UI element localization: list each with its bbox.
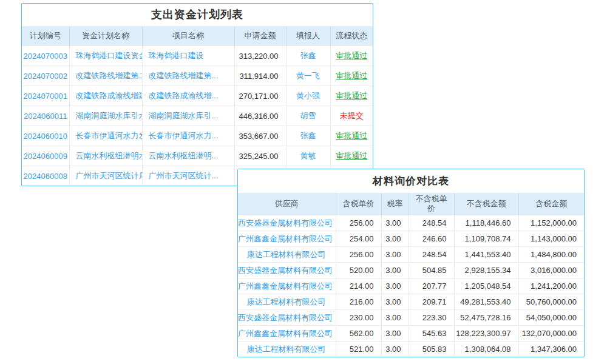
status-link[interactable]: 审批通过 [330,46,373,66]
amount-incl-tax-cell: 3,016,000.00 [518,263,584,278]
unit-price-incl-tax-cell: 216.00 [336,294,381,310]
supplier-link[interactable]: 西安盛器金属材料有限公司 [238,215,336,231]
column-header-apply-amount: 申请金额 [234,26,286,46]
amount-excl-tax-cell: 128,223,300.97 [454,326,518,342]
plan-id-link[interactable]: 2024070002 [22,66,69,86]
project-name-link[interactable]: 改建铁路线增建第... [142,66,234,86]
table-row: 2024060011 湖南洞庭湖水库引水... 湖南洞庭湖水库引... 446,… [22,106,373,126]
reporter-link[interactable]: 黄敏 [286,146,330,166]
unit-price-incl-tax-cell: 256.00 [336,247,381,263]
supplier-link[interactable]: 康达工程材料有限公司 [238,294,336,310]
plan-id-link[interactable]: 2024060011 [22,106,69,126]
fund-plan-name-link[interactable]: 改建铁路成渝线增建... [69,86,142,106]
supplier-link[interactable]: 广州鑫鑫金属材料有限公司 [238,278,336,294]
status-link[interactable]: 审批通过 [330,86,373,106]
table-row: 2024060010 长春市伊通河水力发... 长春市伊通河水力... 353,… [22,126,373,146]
supplier-link[interactable]: 西安盛器金属材料有限公司 [238,263,336,278]
fund-plan-name-link[interactable]: 云南水利枢纽潜明水... [69,146,142,166]
unit-price-excl-tax-cell: 504.85 [409,263,454,278]
unit-price-excl-tax-cell: 223.30 [409,310,454,326]
amount-incl-tax-cell: 1,347,306.00 [518,342,584,357]
table-row: 西安盛器金属材料有限公司 520.00 3.00 504.85 2,928,15… [238,263,584,278]
unit-price-excl-tax-cell: 545.63 [409,326,454,342]
material-quote-table-title: 材料询价对比表 [238,169,584,193]
apply-amount-cell: 446,316.00 [234,106,286,126]
table-row: 康达工程材料有限公司 256.00 3.00 248.54 1,441,553.… [238,247,584,263]
plan-id-link[interactable]: 2024070003 [22,46,69,66]
amount-incl-tax-cell: 1,152,000.00 [518,215,584,231]
column-header-amount-incl-tax: 含税金额 [518,193,584,215]
project-name-link[interactable]: 珠海鹤港口建设 [142,46,234,66]
amount-excl-tax-cell: 49,281,553.40 [454,294,518,310]
unit-price-excl-tax-cell: 209.71 [409,294,454,310]
reporter-link[interactable]: 张鑫 [286,46,330,66]
column-header-plan-id: 计划编号 [22,26,69,46]
amount-incl-tax-cell: 1,484,800.00 [518,247,584,263]
column-header-amount-excl-tax: 不含税金额 [454,193,518,215]
column-header-supplier: 供应商 [238,193,336,215]
supplier-link[interactable]: 广州鑫鑫金属材料有限公司 [238,231,336,247]
unit-price-incl-tax-cell: 254.00 [336,231,381,247]
unit-price-incl-tax-cell: 230.00 [336,310,381,326]
project-name-link[interactable]: 湖南洞庭湖水库引... [142,106,234,126]
fund-plan-name-link[interactable]: 改建铁路线增建第二... [69,66,142,86]
column-header-unit-price-excl-tax: 不含税单价 [409,193,454,215]
column-header-project-name: 项目名称 [142,26,234,46]
column-header-tax-rate: 税率 [381,193,409,215]
amount-incl-tax-cell: 1,143,000.00 [518,231,584,247]
amount-excl-tax-cell: 1,118,446.60 [454,215,518,231]
project-name-link[interactable]: 云南水利枢纽潜明... [142,146,234,166]
column-header-reporter: 填报人 [286,26,330,46]
column-header-unit-price-excl-tax-label: 不含税单价 [414,194,449,214]
supplier-link[interactable]: 广州鑫鑫金属材料有限公司 [238,326,336,342]
apply-amount-cell: 313,220.00 [234,46,286,66]
fund-plan-name-link[interactable]: 长春市伊通河水力发... [69,126,142,146]
plan-id-link[interactable]: 2024060010 [22,126,69,146]
table-row: 康达工程材料有限公司 216.00 3.00 209.71 49,281,553… [238,294,584,310]
tax-rate-cell: 3.00 [381,326,409,342]
column-header-unit-price-incl-tax: 含税单价 [336,193,381,215]
supplier-link[interactable]: 康达工程材料有限公司 [238,247,336,263]
unit-price-excl-tax-cell: 505.83 [409,342,454,357]
reporter-link[interactable]: 胡雪 [286,106,330,126]
project-name-link[interactable]: 长春市伊通河水力... [142,126,234,146]
table-row: 2024070001 改建铁路成渝线增建... 改建铁路成渝线增... 270,… [22,86,373,106]
table-row: 西安盛器金属材料有限公司 230.00 3.00 223.30 52,475,7… [238,310,584,326]
column-header-flow-status: 流程状态 [330,26,373,46]
quote-header-row: 供应商 含税单价 税率 不含税单价 不含税金额 含税金额 [238,193,584,215]
material-quote-table: 供应商 含税单价 税率 不含税单价 不含税金额 含税金额 西安盛器金属材料有限公… [238,193,584,357]
plan-id-link[interactable]: 2024060008 [22,166,69,186]
unit-price-incl-tax-cell: 520.00 [336,263,381,278]
plan-header-row: 计划编号 资金计划名称 项目名称 申请金额 填报人 流程状态 [22,26,373,46]
tax-rate-cell: 3.00 [381,215,409,231]
fund-plan-name-link[interactable]: 湖南洞庭湖水库引水... [69,106,142,126]
project-name-link[interactable]: 改建铁路成渝线增... [142,86,234,106]
reporter-link[interactable]: 黄小强 [286,86,330,106]
plan-id-link[interactable]: 2024070001 [22,86,69,106]
plan-id-link[interactable]: 2024060009 [22,146,69,166]
supplier-link[interactable]: 西安盛器金属材料有限公司 [238,310,336,326]
amount-excl-tax-cell: 1,205,048.54 [454,278,518,294]
amount-incl-tax-cell: 50,760,000.00 [518,294,584,310]
unit-price-excl-tax-cell: 207.77 [409,278,454,294]
status-link[interactable]: 审批通过 [330,66,373,86]
table-row: 广州鑫鑫金属材料有限公司 254.00 3.00 246.60 1,109,70… [238,231,584,247]
tax-rate-cell: 3.00 [381,247,409,263]
tax-rate-cell: 3.00 [381,294,409,310]
fund-plan-name-link[interactable]: 广州市天河区统计局... [69,166,142,186]
project-name-link[interactable]: 广州市天河区统计... [142,166,234,186]
status-link[interactable]: 审批通过 [330,126,373,146]
amount-excl-tax-cell: 52,475,728.16 [454,310,518,326]
tax-rate-cell: 3.00 [381,310,409,326]
reporter-link[interactable]: 张鑫 [286,126,330,146]
status-text: 未提交 [330,106,373,126]
table-row: 2024060009 云南水利枢纽潜明水... 云南水利枢纽潜明... 325,… [22,146,373,166]
status-link[interactable]: 审批通过 [330,146,373,166]
apply-amount-cell: 325,245.00 [234,146,286,166]
amount-excl-tax-cell: 1,109,708.74 [454,231,518,247]
reporter-link[interactable]: 黄一飞 [286,66,330,86]
amount-incl-tax-cell: 1,241,200.00 [518,278,584,294]
unit-price-excl-tax-cell: 248.54 [409,215,454,231]
supplier-link[interactable]: 康达工程材料有限公司 [238,342,336,357]
fund-plan-name-link[interactable]: 珠海鹤港口建设资金... [69,46,142,66]
